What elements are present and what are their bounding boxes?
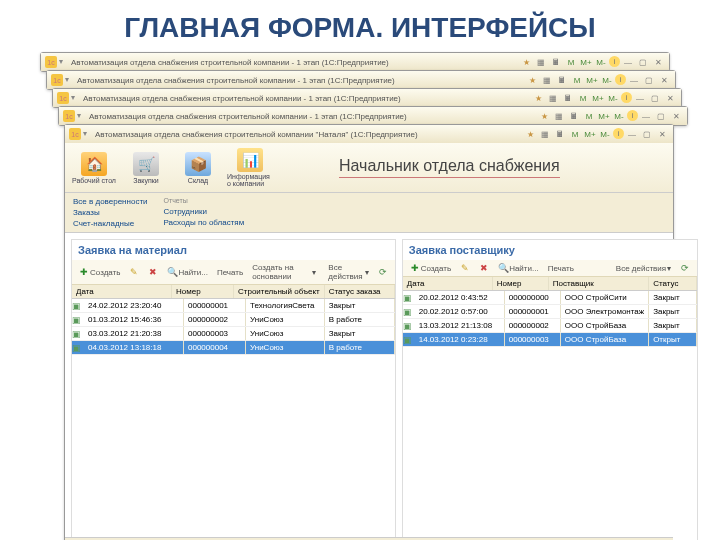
maximize-icon[interactable]: ▢ bbox=[654, 110, 668, 122]
minimize-icon[interactable]: — bbox=[625, 128, 639, 140]
create-button[interactable]: ✚Создать bbox=[407, 262, 454, 274]
doc-icon: ▣ bbox=[72, 315, 84, 325]
help-icon[interactable]: i bbox=[609, 56, 620, 67]
minimize-icon[interactable]: — bbox=[627, 74, 641, 86]
all-actions-button[interactable]: Все действия ▾ bbox=[613, 263, 674, 274]
chevron-down-icon[interactable]: ▾ bbox=[65, 75, 75, 85]
supplier-table[interactable]: Дата Номер Поставщик Статус ▣20.02.2012 … bbox=[403, 277, 697, 540]
grid-icon[interactable]: ▦ bbox=[534, 56, 548, 68]
maximize-icon[interactable]: ▢ bbox=[642, 74, 656, 86]
section-stock[interactable]: 📦Склад bbox=[175, 152, 221, 184]
help-icon[interactable]: i bbox=[621, 92, 632, 103]
table-row[interactable]: ▣20.02.2012 0:57:00000000001ООО Электром… bbox=[403, 305, 697, 319]
col-num[interactable]: Номер bbox=[172, 285, 234, 298]
star-icon[interactable]: ★ bbox=[531, 92, 545, 104]
calc-icon[interactable]: 🖩 bbox=[555, 74, 569, 86]
find-button[interactable]: 🔍Найти... bbox=[495, 262, 542, 274]
calc-icon[interactable]: 🖩 bbox=[553, 128, 567, 140]
col-stat[interactable]: Статус заказа bbox=[325, 285, 395, 298]
star-icon[interactable]: ★ bbox=[537, 110, 551, 122]
grid-icon[interactable]: ▦ bbox=[546, 92, 560, 104]
m-button[interactable]: M bbox=[568, 128, 582, 140]
minimize-icon[interactable]: — bbox=[639, 110, 653, 122]
section-home[interactable]: 🏠Рабочий стол bbox=[71, 152, 117, 184]
close-icon[interactable]: ✕ bbox=[663, 92, 677, 104]
help-icon[interactable]: i bbox=[627, 110, 638, 121]
grid-icon[interactable]: ▦ bbox=[552, 110, 566, 122]
chevron-down-icon[interactable]: ▾ bbox=[83, 129, 93, 139]
mplus-button[interactable]: M+ bbox=[597, 110, 611, 122]
create-based-button[interactable]: Создать на основании ▾ bbox=[249, 262, 319, 282]
col-date[interactable]: Дата bbox=[72, 285, 172, 298]
mminus-button[interactable]: M- bbox=[598, 128, 612, 140]
table-row[interactable]: ▣13.03.2012 21:13:08000000002ООО СтройБа… bbox=[403, 319, 697, 333]
nav-link[interactable]: Все в доверенности bbox=[73, 197, 148, 206]
calc-icon[interactable]: 🖩 bbox=[549, 56, 563, 68]
m-button[interactable]: M bbox=[570, 74, 584, 86]
delete-button[interactable]: ✖ bbox=[476, 262, 492, 274]
section-info[interactable]: 📊Информация о компании bbox=[227, 148, 273, 187]
calc-icon[interactable]: 🖩 bbox=[561, 92, 575, 104]
grid-icon[interactable]: ▦ bbox=[540, 74, 554, 86]
help-icon[interactable]: i bbox=[613, 128, 624, 139]
nav-link[interactable]: Сотрудники bbox=[164, 207, 245, 216]
table-row[interactable]: ▣04.03.2012 13:18:18000000004УниСоюзВ ра… bbox=[72, 341, 395, 355]
close-icon[interactable]: ✕ bbox=[657, 74, 671, 86]
find-button[interactable]: 🔍Найти... bbox=[164, 266, 211, 278]
close-icon[interactable]: ✕ bbox=[651, 56, 665, 68]
minimize-icon[interactable]: — bbox=[621, 56, 635, 68]
material-table[interactable]: Дата Номер Строительный объект Статус за… bbox=[72, 285, 395, 540]
m-button[interactable]: M bbox=[564, 56, 578, 68]
main-titlebar: 1c▾ Автоматизация отдела снабжения строи… bbox=[65, 125, 673, 143]
mminus-button[interactable]: M- bbox=[612, 110, 626, 122]
chevron-down-icon[interactable]: ▾ bbox=[71, 93, 81, 103]
calc-icon[interactable]: 🖩 bbox=[567, 110, 581, 122]
chevron-down-icon[interactable]: ▾ bbox=[77, 111, 87, 121]
table-row[interactable]: ▣03.03.2012 21:20:38000000003УниСоюзЗакр… bbox=[72, 327, 395, 341]
chevron-down-icon[interactable]: ▾ bbox=[59, 57, 69, 67]
maximize-icon[interactable]: ▢ bbox=[636, 56, 650, 68]
col-date[interactable]: Дата bbox=[403, 277, 493, 290]
table-row[interactable]: ▣14.03.2012 0:23:28000000003ООО СтройБаз… bbox=[403, 333, 697, 347]
maximize-icon[interactable]: ▢ bbox=[640, 128, 654, 140]
col-obj[interactable]: Строительный объект bbox=[234, 285, 325, 298]
create-button[interactable]: ✚Создать bbox=[76, 266, 123, 278]
delete-button[interactable]: ✖ bbox=[145, 266, 161, 278]
print-button[interactable]: Печать bbox=[545, 263, 577, 274]
section-purchases[interactable]: 🛒Закупки bbox=[123, 152, 169, 184]
edit-button[interactable]: ✎ bbox=[126, 266, 142, 278]
star-icon[interactable]: ★ bbox=[523, 128, 537, 140]
slide-title: ГЛАВНАЯ ФОРМА. ИНТЕРФЕЙСЫ bbox=[0, 0, 720, 52]
col-num[interactable]: Номер bbox=[493, 277, 549, 290]
star-icon[interactable]: ★ bbox=[519, 56, 533, 68]
help-icon[interactable]: i bbox=[615, 74, 626, 85]
minimize-icon[interactable]: — bbox=[633, 92, 647, 104]
mminus-button[interactable]: M- bbox=[606, 92, 620, 104]
mplus-button[interactable]: M+ bbox=[579, 56, 593, 68]
close-icon[interactable]: ✕ bbox=[669, 110, 683, 122]
col-stat[interactable]: Статус bbox=[649, 277, 697, 290]
nav-link[interactable]: Расходы по областям bbox=[164, 218, 245, 227]
mminus-button[interactable]: M- bbox=[594, 56, 608, 68]
print-button[interactable]: Печать bbox=[214, 267, 246, 278]
table-row[interactable]: ▣24.02.2012 23:20:40000000001ТехнологияС… bbox=[72, 299, 395, 313]
table-row[interactable]: ▣01.03.2012 15:46:36000000002УниСоюзВ ра… bbox=[72, 313, 395, 327]
mplus-button[interactable]: M+ bbox=[585, 74, 599, 86]
refresh-button[interactable]: ⟳ bbox=[375, 266, 391, 278]
all-actions-button[interactable]: Все действия ▾ bbox=[325, 262, 371, 282]
nav-link[interactable]: Заказы bbox=[73, 208, 148, 217]
mplus-button[interactable]: M+ bbox=[583, 128, 597, 140]
m-button[interactable]: M bbox=[582, 110, 596, 122]
refresh-button[interactable]: ⟳ bbox=[677, 262, 693, 274]
star-icon[interactable]: ★ bbox=[525, 74, 539, 86]
maximize-icon[interactable]: ▢ bbox=[648, 92, 662, 104]
col-post[interactable]: Поставщик bbox=[549, 277, 649, 290]
table-row[interactable]: ▣20.02.2012 0:43:52000000000ООО СтройСит… bbox=[403, 291, 697, 305]
m-button[interactable]: M bbox=[576, 92, 590, 104]
edit-button[interactable]: ✎ bbox=[457, 262, 473, 274]
mplus-button[interactable]: M+ bbox=[591, 92, 605, 104]
mminus-button[interactable]: M- bbox=[600, 74, 614, 86]
close-icon[interactable]: ✕ bbox=[655, 128, 669, 140]
grid-icon[interactable]: ▦ bbox=[538, 128, 552, 140]
nav-link[interactable]: Счет-накладные bbox=[73, 219, 148, 228]
